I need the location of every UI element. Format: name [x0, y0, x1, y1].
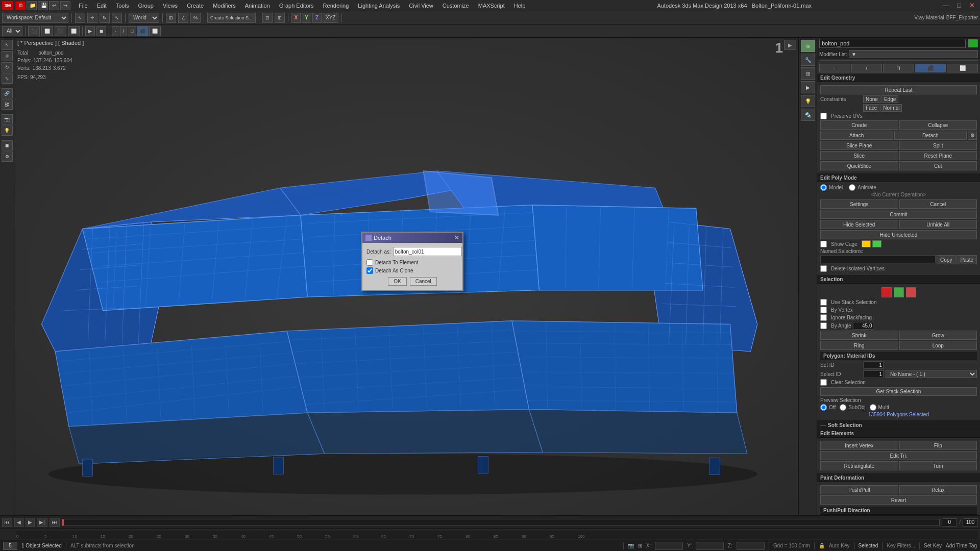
- menu-edit[interactable]: Edit: [93, 2, 111, 10]
- detach-close-btn[interactable]: ✕: [454, 234, 459, 241]
- detach-settings-btn[interactable]: ⚙: [968, 131, 977, 140]
- hide-unselected-btn[interactable]: Hide Unselected: [820, 230, 977, 239]
- tb2-btn2[interactable]: ⬜: [41, 26, 53, 36]
- z-coord-input[interactable]: [737, 542, 765, 550]
- menu-graph-editors[interactable]: Graph Editors: [275, 2, 318, 10]
- select-id-input[interactable]: [863, 370, 884, 378]
- delete-isolated-checkbox[interactable]: [820, 265, 827, 272]
- cut-btn[interactable]: Cut: [899, 161, 977, 170]
- xyz-axis-btn[interactable]: XYZ: [323, 13, 338, 23]
- cancel-mode-btn[interactable]: Cancel: [899, 199, 977, 209]
- relax-btn[interactable]: Relax: [899, 485, 977, 494]
- anim-first-btn[interactable]: ⏮: [2, 518, 12, 527]
- sub-border-btn[interactable]: ⊓: [883, 64, 914, 72]
- border-btn[interactable]: □: [128, 26, 136, 36]
- hierarchy-btn[interactable]: ⊞: [801, 67, 815, 80]
- by-angle-checkbox[interactable]: [820, 322, 827, 329]
- show-cage-checkbox[interactable]: [820, 241, 827, 247]
- menu-civil-view[interactable]: Civil View: [405, 2, 437, 10]
- menu-tools[interactable]: Tools: [112, 2, 133, 10]
- timeline-ruler[interactable]: 0 5 10 15 20 25 30 35 40 45 50 55 60 65 …: [16, 531, 978, 539]
- all-dropdown[interactable]: All: [2, 26, 22, 36]
- menu-lighting[interactable]: Lighting Analysis: [354, 2, 404, 10]
- menu-customize[interactable]: Customize: [438, 2, 473, 10]
- sub-poly-btn[interactable]: ⬛: [915, 64, 946, 72]
- mod-noise[interactable]: 👁 Noise: [820, 61, 977, 61]
- viewport[interactable]: [ * Perspective ] [ Shaded ] Total bolto…: [14, 38, 798, 515]
- display-btn[interactable]: 💡: [801, 95, 815, 107]
- create-btn[interactable]: Create: [820, 120, 898, 130]
- angle-snap-btn[interactable]: ∠: [178, 13, 188, 23]
- menu-views[interactable]: Views: [159, 2, 182, 10]
- x-axis-btn[interactable]: X: [291, 13, 301, 23]
- push-pull-btn[interactable]: Push/Pull: [820, 485, 898, 494]
- undo-btn[interactable]: ↩: [49, 1, 59, 10]
- select-mode-btn[interactable]: ↖: [75, 13, 85, 23]
- anim-last-btn[interactable]: ⏭: [50, 518, 60, 527]
- save-btn[interactable]: 💾: [38, 1, 48, 10]
- scale-btn[interactable]: ⤡: [112, 13, 122, 23]
- menu-file[interactable]: File: [75, 2, 92, 10]
- tb2-btn1[interactable]: ⬛: [28, 26, 40, 36]
- split-btn[interactable]: Split: [899, 141, 977, 150]
- vertex-btn[interactable]: ·: [112, 26, 119, 36]
- sel-dot-green[interactable]: [894, 287, 904, 297]
- commit-btn[interactable]: Commit: [820, 210, 977, 219]
- hide-selected-btn[interactable]: Hide Selected: [820, 220, 898, 229]
- mat-id-dropdown[interactable]: No Name - ( 1 ): [886, 370, 977, 378]
- status-expand-btn[interactable]: 5: [3, 542, 17, 550]
- detach-as-clone-checkbox[interactable]: [366, 267, 373, 274]
- prev-sel-multi[interactable]: [870, 404, 876, 411]
- preserve-uvs-checkbox[interactable]: [820, 113, 827, 119]
- menu-modifiers[interactable]: Modifiers: [209, 2, 240, 10]
- detach-to-element-checkbox[interactable]: [366, 259, 373, 266]
- anim-play-btn[interactable]: ▶: [26, 518, 35, 527]
- modify-panel-btn[interactable]: 🔧: [801, 54, 815, 66]
- face-constraint-btn[interactable]: Face: [863, 104, 879, 112]
- poly-btn[interactable]: ⬛: [137, 26, 149, 36]
- menu-group[interactable]: Group: [134, 2, 158, 10]
- percent-snap-btn[interactable]: %: [190, 13, 201, 23]
- turn-btn[interactable]: Turn: [899, 461, 977, 470]
- lt-move-btn[interactable]: ✛: [2, 51, 13, 61]
- detach-name-input[interactable]: [393, 247, 462, 256]
- object-color-swatch[interactable]: [968, 39, 978, 47]
- angle-value-input[interactable]: [853, 322, 873, 330]
- model-radio[interactable]: [820, 184, 827, 191]
- loop-btn[interactable]: Loop: [899, 341, 977, 350]
- edge-btn[interactable]: /: [120, 26, 128, 36]
- set-id-input[interactable]: [863, 361, 884, 369]
- lt-material-btn[interactable]: ◼: [2, 140, 13, 151]
- cage-color2[interactable]: [872, 240, 881, 247]
- ppd-original-radio[interactable]: [820, 515, 827, 515]
- tb2-material-btn[interactable]: ◼: [96, 26, 106, 36]
- menu-maxscript[interactable]: MAXScript: [474, 2, 509, 10]
- normal-constraint-btn[interactable]: Normal: [880, 104, 902, 112]
- object-name-input[interactable]: [819, 39, 966, 48]
- by-vertex-checkbox[interactable]: [820, 307, 827, 313]
- repeat-last-btn[interactable]: Repeat Last: [820, 85, 977, 94]
- rotate-btn[interactable]: ↻: [100, 13, 110, 23]
- menu-create[interactable]: Create: [183, 2, 208, 10]
- none-constraint-btn[interactable]: None: [863, 95, 880, 103]
- close-btn[interactable]: ✕: [966, 2, 978, 9]
- retriangulate-btn[interactable]: Retriangulate: [820, 461, 898, 470]
- edge-constraint-btn[interactable]: Edge: [881, 95, 898, 103]
- lt-camera-btn[interactable]: 📷: [2, 114, 13, 124]
- open-btn[interactable]: 📁: [27, 1, 37, 10]
- x-coord-input[interactable]: [655, 542, 683, 550]
- animate-radio[interactable]: [849, 184, 855, 191]
- menu-rendering[interactable]: Rendering: [319, 2, 353, 10]
- reset-plane-btn[interactable]: Reset Plane: [899, 151, 977, 160]
- edit-tri-btn[interactable]: Edit Tri.: [820, 451, 977, 460]
- settings-btn[interactable]: Settings: [820, 199, 898, 209]
- new-btn[interactable]: 🗎: [15, 1, 26, 10]
- modifier-dropdown[interactable]: ▼: [849, 50, 978, 58]
- detach-ok-btn[interactable]: OK: [388, 277, 406, 286]
- tb2-btn3[interactable]: ⬛: [55, 26, 66, 36]
- lt-scale-btn[interactable]: ⤡: [2, 73, 13, 84]
- paste-named-sel-btn[interactable]: Paste: [957, 255, 977, 264]
- animation-track[interactable]: [62, 519, 940, 526]
- detach-cancel-btn[interactable]: Cancel: [410, 277, 437, 286]
- create-sel-btn[interactable]: Create Selection S...: [207, 13, 256, 23]
